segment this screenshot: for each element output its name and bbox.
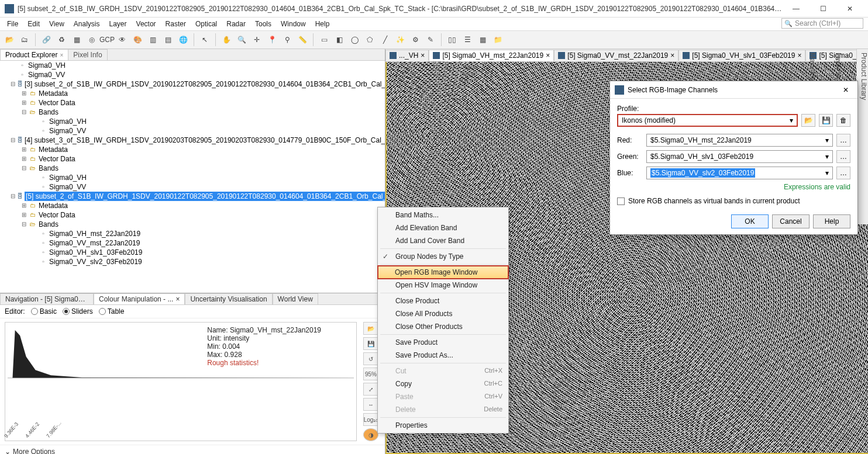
draw-line-icon[interactable]: ╱: [378, 33, 392, 47]
marker-icon[interactable]: ⚲: [280, 33, 294, 47]
image-tab[interactable]: [5] Sigma0_VV_mst_22Jan2019×: [554, 50, 678, 61]
delete-profile-button[interactable]: 🗑: [836, 114, 850, 127]
ctx-properties[interactable]: Properties: [378, 419, 508, 432]
pct-button[interactable]: 95%: [363, 368, 378, 380]
wv-icon[interactable]: 🌐: [176, 33, 190, 47]
ctx-save[interactable]: Save Product: [378, 336, 508, 349]
menu-analysis[interactable]: Analysis: [69, 19, 105, 29]
green-expr-button[interactable]: …: [836, 150, 850, 163]
ctx-copy[interactable]: CopyCtrl+C: [378, 377, 508, 390]
blue-expr-button[interactable]: …: [836, 167, 850, 179]
tab-world-view[interactable]: World View: [273, 293, 318, 304]
color-wheel-icon[interactable]: ◑: [363, 428, 378, 441]
tab-colour-manipulation[interactable]: Colour Manipulation - ...×: [94, 293, 185, 304]
ctx-group-nodes[interactable]: Group Nodes by Type: [378, 250, 508, 263]
chevron-down-icon[interactable]: ⌄: [5, 448, 11, 454]
ctx-open-rgb[interactable]: Open RGB Image Window: [377, 265, 509, 279]
color-icon[interactable]: 🎨: [130, 33, 144, 47]
side-tab-product-library[interactable]: Product Library: [860, 53, 868, 224]
cursor-icon[interactable]: ↖: [198, 33, 212, 47]
ok-button[interactable]: OK: [731, 214, 769, 228]
log-button[interactable]: Log₁₀: [363, 413, 378, 426]
help-button[interactable]: Help: [813, 214, 850, 228]
ctx-close-other[interactable]: Close Other Products: [378, 320, 508, 333]
eye-icon[interactable]: 👁: [115, 33, 129, 47]
red-combo[interactable]: $5.Sigma0_VH_mst_22Jan2019▾: [646, 134, 833, 147]
zoom-icon[interactable]: 🔍: [235, 33, 249, 47]
tab-uncertainty[interactable]: Uncertainty Visualisation: [185, 293, 272, 304]
store-checkbox[interactable]: [617, 197, 625, 205]
draw-poly-icon[interactable]: ⬠: [363, 33, 377, 47]
more-options-toggle[interactable]: More Options: [13, 448, 55, 454]
image-tab[interactable]: ..._VH×: [385, 50, 429, 61]
tab-pixel-info[interactable]: Pixel Info: [68, 49, 107, 60]
menu-edit[interactable]: Edit: [23, 19, 44, 29]
grid-b-icon[interactable]: ▤: [161, 33, 175, 47]
green-combo[interactable]: $5.Sigma0_VH_slv1_03Feb2019▾: [646, 150, 833, 163]
product-node[interactable]: [3] subset_2_of_S1B_IW_GRDH_1SDV_2019012…: [25, 79, 385, 89]
radio-basic[interactable]: Basic: [31, 307, 57, 316]
gcp-icon[interactable]: GCP: [100, 33, 114, 47]
tab-navigation[interactable]: Navigation - [5] Sigma0_V...: [0, 293, 94, 304]
band-node[interactable]: Sigma0_VH: [28, 61, 66, 70]
image-tab[interactable]: [5] Sigma0_VH_mst_22Jan2019×: [429, 50, 554, 61]
folder-icon[interactable]: 📁: [491, 33, 505, 47]
close-icon[interactable]: ×: [175, 295, 180, 303]
menu-tools[interactable]: Tools: [250, 19, 276, 29]
select-rect-icon[interactable]: ▭: [317, 33, 331, 47]
pin-icon[interactable]: 📍: [265, 33, 279, 47]
minimize-button[interactable]: —: [783, 0, 810, 18]
wand-icon[interactable]: ✨: [393, 33, 407, 47]
tile-v-icon[interactable]: ☰: [460, 33, 474, 47]
product-node[interactable]: [4] subset_3_of_S1B_IW_GRDH_1SDV_2019020…: [25, 136, 385, 145]
draw-ellipse-icon[interactable]: ◯: [347, 33, 361, 47]
reset-icon[interactable]: ↺: [363, 352, 378, 365]
tile-h-icon[interactable]: ▯▯: [445, 33, 459, 47]
menu-help[interactable]: Help: [311, 19, 335, 29]
ctx-open-hsv[interactable]: Open HSV Image Window: [378, 279, 508, 292]
menu-file[interactable]: File: [2, 19, 23, 29]
product-node-selected[interactable]: [5] subset_2_of_S1B_IW_GRDH_1SDV_2019012…: [25, 192, 385, 201]
menu-optical[interactable]: Optical: [191, 19, 222, 29]
menu-radar[interactable]: Radar: [222, 19, 250, 29]
radio-table[interactable]: Table: [99, 307, 125, 316]
product-tree[interactable]: ▫Sigma0_VH ▫Sigma0_VV ⊟🗄[3] subset_2_of_…: [0, 61, 385, 293]
blue-combo[interactable]: $5.Sigma0_VV_slv2_03Feb2019▾: [646, 167, 833, 179]
layer-icon[interactable]: ▦: [70, 33, 84, 47]
tile-grid-icon[interactable]: ▦: [476, 33, 490, 47]
red-expr-button[interactable]: …: [836, 134, 850, 147]
menu-view[interactable]: View: [44, 19, 69, 29]
search-input[interactable]: Search (Ctrl+I): [781, 18, 863, 29]
menu-raster[interactable]: Raster: [161, 19, 191, 29]
ctx-close-all[interactable]: Close All Products: [378, 307, 508, 320]
target-icon[interactable]: ◎: [85, 33, 99, 47]
sliders-icon[interactable]: ⚙: [408, 33, 422, 47]
ctx-close-product[interactable]: Close Product: [378, 294, 508, 307]
ctx-add-elevation[interactable]: Add Elevation Band: [378, 221, 508, 234]
open-icon[interactable]: 📂: [2, 33, 16, 47]
menu-layer[interactable]: Layer: [105, 19, 132, 29]
ruler-icon[interactable]: 📏: [295, 33, 309, 47]
crosshair-icon[interactable]: ✛: [250, 33, 264, 47]
stretch-icon[interactable]: ↔: [363, 398, 378, 411]
band-node[interactable]: Sigma0_VV: [28, 70, 65, 79]
dialog-close-button[interactable]: ✕: [839, 86, 853, 94]
close-icon[interactable]: ×: [60, 52, 63, 58]
link-icon[interactable]: 🔗: [39, 33, 53, 47]
ctx-save-as[interactable]: Save Product As...: [378, 349, 508, 362]
close-button[interactable]: ✕: [836, 0, 863, 18]
menu-vector[interactable]: Vector: [132, 19, 161, 29]
maximize-button[interactable]: ☐: [810, 0, 836, 18]
open-multi-icon[interactable]: 🗂: [18, 33, 32, 47]
draw-rect-icon[interactable]: ◧: [332, 33, 346, 47]
cycle-icon[interactable]: ♻: [54, 33, 68, 47]
fit-icon[interactable]: ⤢: [363, 383, 378, 396]
radio-sliders[interactable]: Sliders: [63, 307, 93, 316]
grid-a-icon[interactable]: ▥: [146, 33, 160, 47]
save-profile-button[interactable]: 💾: [819, 114, 833, 127]
profile-combo[interactable]: Ikonos (modified)▾: [617, 114, 798, 127]
pan-icon[interactable]: ✋: [219, 33, 233, 47]
cancel-button[interactable]: Cancel: [772, 214, 810, 228]
pencil-icon[interactable]: ✎: [423, 33, 438, 47]
histogram-plot[interactable]: 9.36E-3 4.46E-2 7.98E-... Name: Sigma0_V…: [5, 322, 357, 441]
